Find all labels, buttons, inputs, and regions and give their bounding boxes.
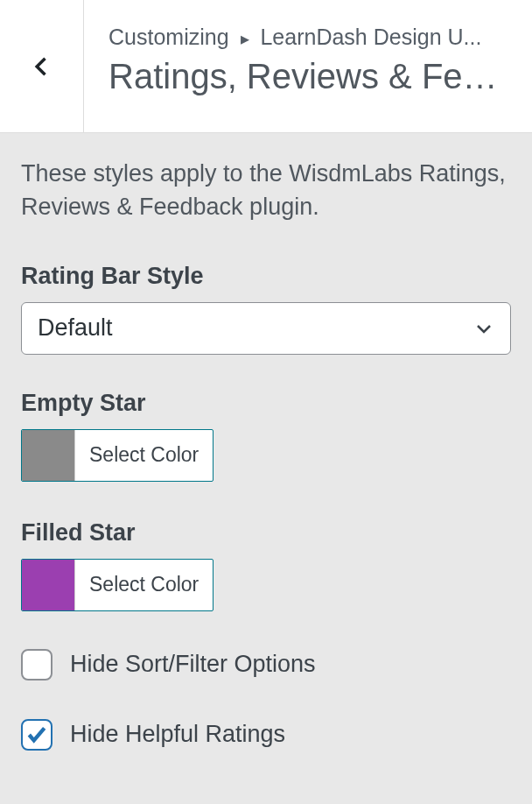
breadcrumb-caret-icon: ▸: [241, 29, 249, 48]
hide-helpful-label: Hide Helpful Ratings: [70, 721, 285, 748]
filled-star-color-picker[interactable]: Select Color: [21, 559, 214, 611]
filled-star-label: Filled Star: [21, 519, 511, 547]
empty-star-label: Empty Star: [21, 390, 511, 417]
rating-bar-style-label: Rating Bar Style: [21, 263, 511, 290]
panel-title: Ratings, Reviews & Feedb...: [108, 57, 511, 96]
filled-star-swatch: [22, 560, 74, 610]
hide-helpful-checkbox[interactable]: [21, 719, 52, 751]
panel-description: These styles apply to the WisdmLabs Rati…: [21, 158, 511, 224]
panel-content: These styles apply to the WisdmLabs Rati…: [0, 133, 532, 804]
rating-bar-style-control: Rating Bar Style Default: [21, 263, 511, 355]
customizer-header: Customizing ▸ LearnDash Design U... Rati…: [0, 0, 532, 133]
select-value: Default: [38, 314, 473, 342]
empty-star-color-picker[interactable]: Select Color: [21, 429, 214, 482]
hide-sort-filter-checkbox[interactable]: [21, 649, 52, 681]
header-text: Customizing ▸ LearnDash Design U... Rati…: [84, 0, 532, 132]
filled-star-control: Filled Star Select Color: [21, 519, 511, 614]
check-icon: [25, 723, 48, 746]
breadcrumb: Customizing ▸ LearnDash Design U...: [108, 25, 511, 50]
chevron-down-icon: [473, 318, 494, 339]
breadcrumb-prefix: Customizing: [108, 25, 229, 49]
chevron-left-icon: [30, 54, 54, 79]
empty-star-swatch: [22, 430, 74, 481]
breadcrumb-section: LearnDash Design U...: [260, 25, 481, 49]
hide-sort-filter-row: Hide Sort/Filter Options: [21, 649, 511, 681]
select-color-button[interactable]: Select Color: [74, 560, 213, 610]
back-button[interactable]: [0, 0, 84, 132]
hide-sort-filter-label: Hide Sort/Filter Options: [70, 651, 316, 678]
rating-bar-style-select[interactable]: Default: [21, 302, 511, 355]
hide-helpful-row: Hide Helpful Ratings: [21, 719, 511, 751]
select-color-button[interactable]: Select Color: [74, 430, 213, 481]
empty-star-control: Empty Star Select Color: [21, 390, 511, 484]
